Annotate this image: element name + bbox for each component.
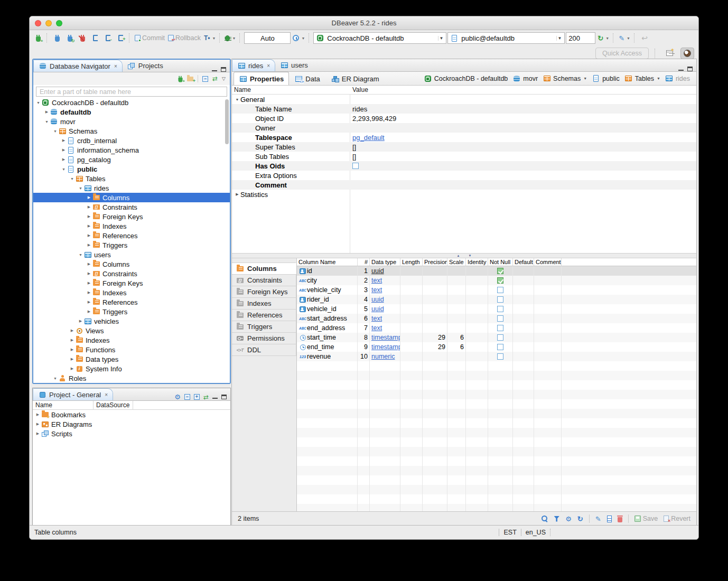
maximize-panel-button[interactable] — [221, 395, 227, 399]
cell-scale[interactable] — [447, 352, 466, 361]
not-null-checkbox[interactable] — [497, 344, 503, 350]
cell-identity[interactable] — [466, 314, 488, 323]
cell-identity[interactable] — [466, 333, 488, 342]
disclosure-triangle[interactable]: ▶ — [61, 157, 67, 162]
save-button[interactable]: Save — [634, 515, 658, 522]
cell-not-null[interactable] — [488, 333, 513, 342]
cell-data-type[interactable]: numeric — [370, 352, 400, 361]
not-null-checkbox[interactable] — [497, 277, 503, 284]
disclosure-triangle[interactable]: ▶ — [86, 300, 92, 304]
cell-precision[interactable] — [423, 314, 447, 323]
cell-identity[interactable] — [466, 304, 488, 314]
cell-ordinal[interactable]: 5 — [358, 304, 370, 314]
cell-length[interactable] — [400, 333, 423, 342]
data-type-link[interactable]: uuid — [371, 305, 384, 313]
close-icon[interactable]: × — [114, 63, 117, 69]
column-row-vehicle-id[interactable]: vehicle_id5uuid — [297, 304, 696, 314]
back-button[interactable]: ↩ — [639, 32, 650, 44]
detail-tab-columns[interactable]: Columns — [232, 263, 296, 275]
cell-precision[interactable] — [423, 304, 447, 314]
disclosure-triangle[interactable]: ▼ — [52, 377, 58, 380]
cell-precision[interactable] — [423, 352, 447, 361]
cell-scale[interactable] — [447, 276, 466, 285]
cell-comment[interactable] — [534, 276, 562, 285]
column-row-city[interactable]: city2text — [297, 276, 696, 285]
disclosure-triangle[interactable]: ▶ — [44, 110, 50, 114]
cell-column-name[interactable]: start_time — [297, 333, 358, 342]
detail-tab-references[interactable]: References — [232, 309, 296, 321]
tree-item-views[interactable]: ▶Views — [33, 326, 230, 335]
minimize-panel-button[interactable] — [212, 68, 217, 71]
cell-not-null[interactable] — [488, 295, 513, 304]
disclosure-triangle[interactable]: ▼ — [61, 167, 67, 171]
property-value[interactable] — [350, 190, 696, 199]
disclosure-triangle[interactable]: ▶ — [35, 413, 41, 417]
tree-item-foreign-keys[interactable]: ▶Foreign Keys — [33, 278, 230, 288]
disclosure-triangle[interactable]: ▶ — [86, 290, 92, 295]
tree-item-cockroachdb-defaultdb[interactable]: ▼CockroachDB - defaultdb — [33, 98, 230, 107]
disclosure-triangle[interactable]: ▼ — [234, 98, 240, 101]
detail-tab-ddl[interactable]: DDL — [232, 344, 296, 356]
tree-item-constraints[interactable]: ▶Constraints — [33, 202, 230, 212]
tree-item-rides[interactable]: ▼rides — [33, 183, 230, 193]
cell-scale[interactable]: 6 — [447, 342, 466, 352]
cell-comment[interactable] — [534, 295, 562, 304]
tree-item-data-types[interactable]: ▶Data types — [33, 354, 230, 364]
cell-comment[interactable] — [534, 314, 562, 323]
close-window-button[interactable] — [35, 20, 41, 26]
tree-item-references[interactable]: ▶References — [33, 231, 230, 240]
revert-button[interactable]: Revert — [664, 515, 690, 522]
column-header-column-name[interactable]: Column Name — [297, 258, 358, 266]
value-format-dropdown[interactable]: ✎▼ — [618, 32, 631, 44]
cell-precision[interactable]: 29 — [423, 342, 447, 352]
open-perspective-button[interactable] — [662, 48, 676, 59]
disclosure-triangle[interactable]: ▼ — [52, 129, 58, 133]
cell-identity[interactable] — [466, 266, 488, 276]
property-value[interactable] — [350, 180, 696, 190]
property-value[interactable]: 2,293,998,429 — [350, 114, 696, 123]
tree-item-movr[interactable]: ▼movr — [33, 117, 230, 126]
cell-length[interactable] — [400, 314, 423, 323]
tree-item-crdb-internal[interactable]: ▶crdb_internal — [33, 136, 230, 145]
column-row-start-time[interactable]: start_time8timestamp296 — [297, 333, 696, 342]
delete-icon[interactable] — [618, 517, 622, 522]
refresh-dropdown[interactable]: ↻▼ — [596, 32, 610, 44]
disclosure-triangle[interactable]: ▶ — [69, 329, 75, 333]
minimize-window-button[interactable] — [45, 20, 52, 26]
cell-not-null[interactable] — [488, 352, 513, 361]
tree-item-roles[interactable]: ▼Roles — [33, 373, 230, 383]
splitter[interactable]: ▲ ▼ — [232, 254, 696, 258]
disclosure-triangle[interactable]: ▼ — [44, 120, 50, 124]
disclosure-triangle[interactable]: ▶ — [86, 281, 92, 285]
column-row-rider-id[interactable]: rider_id4uuid — [297, 295, 696, 304]
chevron-down-icon[interactable]: ▼ — [583, 77, 587, 80]
fetch-size-input[interactable]: 200 — [566, 32, 595, 44]
cell-ordinal[interactable]: 9 — [358, 342, 370, 352]
cell-comment[interactable] — [534, 304, 562, 314]
cell-default[interactable] — [513, 352, 534, 361]
cell-data-type[interactable]: timestamp — [370, 342, 400, 352]
cell-default[interactable] — [513, 342, 534, 352]
cell-scale[interactable] — [447, 304, 466, 314]
detail-tab-constraints[interactable]: Constraints — [232, 274, 296, 286]
column-header-datasource[interactable]: DataSource — [94, 401, 133, 409]
cell-column-name[interactable]: city — [297, 276, 358, 285]
property-row-table-name[interactable]: Table Namerides — [232, 104, 696, 114]
transaction-log-dropdown[interactable]: ▼ — [292, 32, 306, 44]
collapse-all-icon[interactable]: − — [184, 394, 190, 400]
property-value[interactable] — [350, 171, 696, 180]
cell-identity[interactable] — [466, 276, 488, 285]
property-row-general[interactable]: ▼General — [232, 95, 696, 104]
cell-length[interactable] — [400, 276, 423, 285]
disclosure-triangle[interactable]: ▼ — [78, 253, 83, 257]
zoom-window-button[interactable] — [56, 20, 62, 26]
dbeaver-perspective-button[interactable] — [680, 48, 694, 59]
new-sql-editor-button[interactable]: + — [115, 32, 126, 44]
cell-identity[interactable] — [466, 285, 488, 295]
tree-item-indexes[interactable]: ▶Indexes — [33, 221, 230, 231]
cell-default[interactable] — [513, 276, 534, 285]
cell-length[interactable] — [400, 285, 423, 295]
column-row-end-time[interactable]: end_time9timestamp296 — [297, 342, 696, 352]
property-value[interactable] — [350, 123, 696, 133]
project-item-bookmarks[interactable]: ▶Bookmarks — [33, 410, 230, 419]
